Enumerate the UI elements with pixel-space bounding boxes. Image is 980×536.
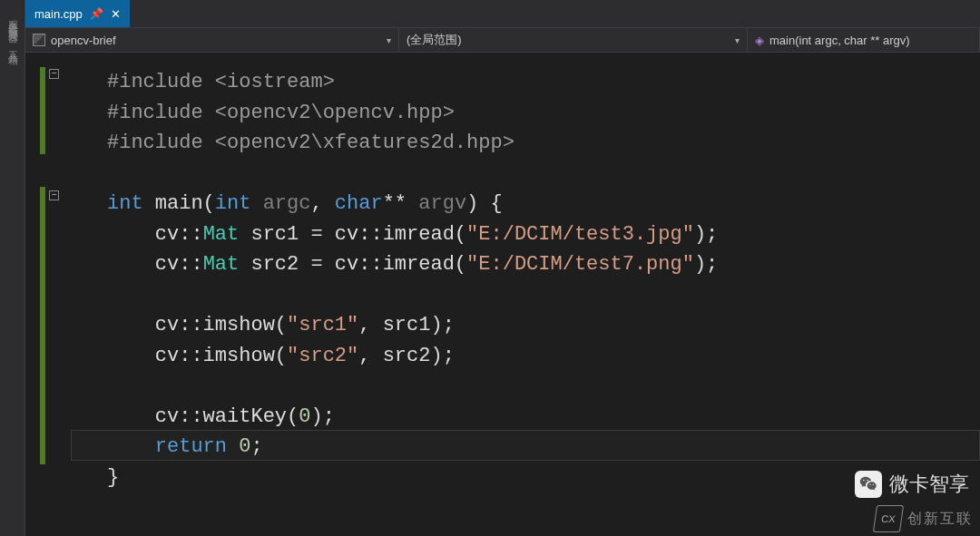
tab-bar: main.cpp 📌 ✕	[25, 0, 980, 27]
scope-dropdown-project[interactable]: opencv-brief ▾	[25, 28, 399, 52]
tab-label: main.cpp	[34, 7, 83, 21]
sidebar-panel-server-explorer[interactable]: 服务器资源管理器	[5, 13, 19, 27]
watermark-text: 微卡智享	[889, 471, 969, 498]
code-editor[interactable]: − − #include <iostream> #include <opencv…	[25, 53, 980, 536]
navigation-bar: opencv-brief ▾ (全局范围) ▾ ◈main(int argc, …	[25, 27, 980, 53]
gutter: − −	[25, 53, 71, 536]
footer-logo-text: 创新互联	[907, 510, 973, 529]
footer-logo: CX 创新互联	[875, 505, 973, 532]
logo-badge-icon: CX	[873, 505, 904, 532]
scope-dropdown-global[interactable]: (全局范围) ▾	[399, 28, 748, 52]
sidebar: 服务器资源管理器 工具箱	[0, 0, 25, 536]
fold-toggle-icon[interactable]: −	[49, 69, 59, 79]
file-tab-main-cpp[interactable]: main.cpp 📌 ✕	[25, 0, 130, 27]
project-icon	[33, 34, 45, 46]
change-marker	[40, 67, 45, 154]
chevron-down-icon: ▾	[735, 35, 740, 45]
app-root: 服务器资源管理器 工具箱 main.cpp 📌 ✕ opencv-brief ▾…	[0, 0, 980, 536]
function-icon: ◈	[755, 34, 764, 47]
scope-left-label: opencv-brief	[51, 34, 116, 47]
watermark: 微卡智享	[855, 471, 969, 498]
wechat-icon	[855, 471, 882, 498]
scope-dropdown-function[interactable]: ◈main(int argc, char ** argv)	[748, 28, 980, 52]
sidebar-panel-toolbox[interactable]: 工具箱	[5, 44, 19, 49]
change-marker	[40, 187, 45, 464]
close-icon[interactable]: ✕	[111, 7, 121, 21]
chevron-down-icon: ▾	[387, 35, 391, 45]
pin-icon[interactable]: 📌	[90, 7, 103, 20]
scope-right-label: main(int argc, char ** argv)	[769, 34, 910, 47]
scope-mid-label: (全局范围)	[407, 32, 462, 48]
code-content[interactable]: #include <iostream> #include <opencv2\op…	[71, 53, 980, 536]
main-area: main.cpp 📌 ✕ opencv-brief ▾ (全局范围) ▾ ◈ma…	[25, 0, 980, 536]
source-code[interactable]: #include <iostream> #include <opencv2\op…	[107, 67, 718, 492]
fold-toggle-icon[interactable]: −	[49, 190, 59, 200]
